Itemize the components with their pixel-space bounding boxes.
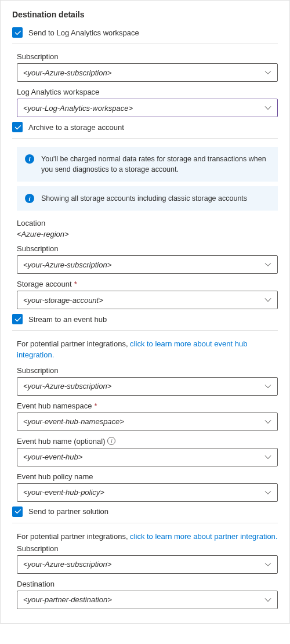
la-workspace-value: <your-Log-Analytics-workspace> [23, 104, 133, 113]
eh-subscription-dropdown[interactable]: <your-Azure-subscription> [17, 377, 278, 396]
storage-subscription-dropdown[interactable]: <your-Azure-subscription> [17, 255, 278, 274]
chevron-down-icon [264, 489, 271, 496]
archive-storage-label: Archive to a storage account [28, 123, 124, 132]
section-header: Destination details [12, 10, 278, 19]
storage-charge-text: You'll be charged normal data rates for … [41, 154, 270, 175]
eh-namespace-value: <your-event-hub-namespace> [23, 417, 124, 426]
required-asterisk: * [94, 401, 97, 410]
send-log-analytics-checkbox[interactable] [12, 27, 23, 38]
chevron-down-icon [264, 104, 271, 111]
partner-destination-dropdown[interactable]: <your-partner-destination> [17, 591, 278, 609]
eh-name-value: <your-event-hub> [23, 453, 82, 461]
chevron-down-icon [264, 69, 271, 76]
required-asterisk: * [74, 280, 77, 288]
eh-policy-label: Event hub policy name [17, 472, 278, 481]
storage-account-label: Storage account * [17, 280, 278, 288]
eh-namespace-label: Event hub namespace * [17, 401, 278, 410]
eh-subscription-value: <your-Azure-subscription> [23, 382, 111, 390]
chevron-down-icon [264, 261, 271, 268]
eh-name-dropdown[interactable]: <your-event-hub> [17, 448, 278, 466]
send-log-analytics-row: Send to Log Analytics workspace [12, 27, 278, 38]
storage-account-value: <your-storage-account> [23, 296, 103, 305]
chevron-down-icon [264, 383, 271, 390]
divider [12, 523, 278, 523]
send-log-analytics-label: Send to Log Analytics workspace [28, 28, 139, 37]
partner-subscription-dropdown[interactable]: <your-Azure-subscription> [17, 555, 278, 574]
eh-subscription-label: Subscription [17, 366, 278, 375]
stream-eventhub-row: Stream to an event hub [12, 314, 278, 324]
divider [12, 330, 278, 331]
archive-storage-row: Archive to a storage account [12, 122, 278, 132]
checkmark-icon [14, 508, 21, 515]
eh-policy-value: <your-event-hub-policy> [23, 488, 104, 497]
partner-learn-more-link[interactable]: click to learn more about partner integr… [130, 532, 277, 541]
storage-account-dropdown[interactable]: <your-storage-account> [17, 291, 278, 309]
partner-solution-checkbox[interactable] [12, 506, 23, 517]
chevron-down-icon [264, 561, 271, 568]
partner-subscription-value: <your-Azure-subscription> [23, 560, 111, 569]
divider [12, 44, 278, 44]
archive-storage-checkbox[interactable] [12, 122, 23, 132]
storage-subscription-value: <your-Azure-subscription> [23, 261, 111, 269]
info-icon: i [25, 154, 34, 164]
la-subscription-dropdown[interactable]: <your-Azure-subscription> [17, 63, 278, 82]
partner-destination-value: <your-partner-destination> [23, 595, 112, 604]
storage-classic-text: Showing all storage accounts including c… [41, 193, 247, 204]
la-workspace-label: Log Analytics workspace [17, 88, 278, 96]
chevron-down-icon [264, 454, 271, 461]
location-value: <Azure-region> [17, 230, 278, 238]
partner-helper: For potential partner integrations, clic… [17, 531, 278, 542]
divider [12, 138, 278, 139]
storage-charge-info: i You'll be charged normal data rates fo… [17, 147, 278, 182]
eventhub-helper: For potential partner integrations, clic… [17, 339, 278, 360]
chevron-down-icon [264, 596, 271, 603]
eh-name-label: Event hub name (optional) i [17, 437, 278, 446]
eh-namespace-dropdown[interactable]: <your-event-hub-namespace> [17, 413, 278, 431]
stream-eventhub-checkbox[interactable] [12, 314, 23, 324]
chevron-down-icon [264, 418, 271, 425]
location-label: Location [17, 219, 278, 227]
chevron-down-icon [264, 296, 271, 303]
storage-subscription-label: Subscription [17, 244, 278, 253]
la-subscription-value: <your-Azure-subscription> [23, 68, 111, 77]
eh-policy-dropdown[interactable]: <your-event-hub-policy> [17, 483, 278, 502]
checkmark-icon [14, 29, 21, 37]
tooltip-icon[interactable]: i [107, 437, 115, 445]
stream-eventhub-label: Stream to an event hub [28, 315, 107, 324]
la-subscription-label: Subscription [17, 52, 278, 61]
la-workspace-dropdown[interactable]: <your-Log-Analytics-workspace> [17, 99, 278, 117]
partner-subscription-label: Subscription [17, 544, 278, 553]
checkmark-icon [14, 316, 21, 323]
partner-solution-label: Send to partner solution [28, 507, 108, 516]
checkmark-icon [14, 124, 21, 131]
storage-classic-info: i Showing all storage accounts including… [17, 186, 278, 211]
info-icon: i [25, 194, 34, 203]
partner-solution-row: Send to partner solution [12, 506, 278, 517]
partner-destination-label: Destination [17, 580, 278, 588]
